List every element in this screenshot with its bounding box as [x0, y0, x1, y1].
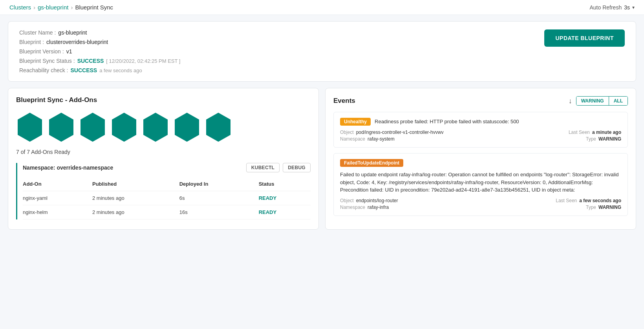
svg-marker-0 [18, 113, 42, 142]
filter-buttons: WARNING ALL [576, 96, 628, 106]
auto-refresh: Auto Refresh 3s ▾ [589, 4, 635, 11]
col-published: Published [92, 178, 179, 191]
namespace-block: Namespace: overrides-namespace KUBECTL D… [16, 163, 311, 219]
breadcrumb-gs-blueprint[interactable]: gs-blueprint [38, 4, 68, 11]
cluster-name-value: gs-blueprint [58, 29, 87, 36]
event-badge: FailedToUpdateEndpoint [340, 159, 403, 167]
blueprint-row: Blueprint : clusteroverrides-blueprint [19, 39, 180, 45]
hexagon-5 [142, 112, 169, 143]
event-object-label: Object [340, 198, 354, 203]
event-card: Unhealthy Readiness probe failed: HTTP p… [333, 112, 628, 148]
update-blueprint-button[interactable]: UPDATE BLUEPRINT [544, 29, 625, 47]
svg-marker-5 [175, 113, 199, 142]
addon-table: Add-On Published Deployed In Status ngin… [23, 178, 311, 219]
cluster-name-row: Cluster Name : gs-blueprint [19, 29, 180, 36]
event-meta-left: Object endpoints/log-router Namespace ra… [340, 198, 398, 210]
breadcrumb-separator-2: › [71, 4, 73, 11]
blueprint-version-value: v1 [66, 48, 72, 55]
sync-status-value: SUCCESS [77, 58, 104, 64]
hexagon-2 [48, 112, 75, 143]
svg-marker-4 [143, 113, 168, 142]
addon-published: 2 minutes ago [92, 191, 179, 205]
table-header-row: Add-On Published Deployed In Status [23, 178, 311, 191]
event-type-row: Type WARNING [586, 205, 621, 210]
reachability-row: Reachability check : SUCCESS a few secon… [19, 67, 180, 73]
col-addon: Add-On [23, 178, 92, 191]
addons-panel-title: Blueprint Sync - Add-Ons [16, 96, 311, 104]
auto-refresh-value: 3s [624, 4, 630, 11]
col-status: Status [259, 178, 311, 191]
namespace-actions: KUBECTL DEBUG [246, 163, 311, 172]
sync-status-timestamp: [ 12/20/2022, 02:42:25 PM EST ] [106, 58, 180, 64]
event-meta-right: Last Seen a minute ago Type WARNING [569, 130, 621, 142]
event-badge-row: FailedToUpdateEndpoint Failed to update … [340, 159, 621, 194]
filter-warning-button[interactable]: WARNING [576, 97, 609, 105]
addon-deployed-in: 16s [179, 205, 259, 219]
event-meta-right: Last Seen a few seconds ago Type WARNING [556, 198, 621, 210]
event-lastseen-row: Last Seen a minute ago [569, 130, 621, 135]
reachability-value: SUCCESS [71, 67, 97, 73]
addon-deployed-in: 6s [179, 191, 259, 205]
addons-panel: Blueprint Sync - Add-Ons [8, 88, 319, 230]
event-meta: Object endpoints/log-router Namespace ra… [340, 198, 621, 210]
event-type-label: Type [586, 136, 596, 142]
event-message: Failed to update endpoint rafay-infra/lo… [340, 171, 621, 194]
event-object-value: pod/ingress-controller-v1-controller-hvv… [356, 130, 444, 135]
event-type-row: Type WARNING [586, 136, 621, 142]
hexagon-6 [173, 112, 201, 143]
addon-published: 2 minutes ago [92, 205, 179, 219]
event-lastseen-label: Last Seen [556, 198, 577, 203]
namespace-title: Namespace: overrides-namespace [23, 164, 113, 171]
download-icon[interactable]: ↓ [569, 97, 572, 105]
svg-marker-2 [80, 113, 105, 142]
auto-refresh-label: Auto Refresh [589, 4, 622, 11]
event-type-label: Type [586, 205, 596, 210]
event-object-value: endpoints/log-router [356, 198, 398, 203]
event-meta-left: Object pod/ingress-controller-v1-control… [340, 130, 443, 142]
info-card: Cluster Name : gs-blueprint Blueprint : … [8, 21, 636, 82]
namespace-header: Namespace: overrides-namespace KUBECTL D… [23, 163, 311, 172]
breadcrumb-current: Blueprint Sync [75, 4, 113, 11]
table-row: nginx-yaml 2 minutes ago 6s READY [23, 191, 311, 205]
event-message: Readiness probe failed: HTTP probe faile… [375, 118, 519, 126]
addon-name: nginx-yaml [23, 191, 92, 205]
event-lastseen-value: a few seconds ago [579, 198, 621, 203]
event-card: FailedToUpdateEndpoint Failed to update … [333, 153, 628, 216]
addons-ready-text: 7 of 7 Add-Ons Ready [16, 149, 311, 155]
addon-status: READY [259, 191, 311, 205]
hexagons-row [16, 112, 311, 143]
events-title: Events [333, 97, 355, 105]
event-object-row: Object pod/ingress-controller-v1-control… [340, 130, 443, 135]
event-namespace-row: Namespace rafay-system [340, 136, 443, 142]
breadcrumb-separator-1: › [33, 4, 35, 11]
debug-button[interactable]: DEBUG [283, 163, 311, 172]
filter-all-button[interactable]: ALL [609, 97, 628, 105]
event-badge: Unhealthy [340, 118, 371, 126]
event-object-label: Object [340, 130, 354, 135]
svg-marker-3 [112, 113, 136, 142]
event-type-value: WARNING [598, 136, 621, 142]
events-panel: Events ↓ WARNING ALL Unhealthy Readiness… [325, 88, 636, 230]
addon-status: READY [259, 205, 311, 219]
cluster-name-label: Cluster Name : [19, 29, 56, 36]
svg-marker-6 [206, 113, 231, 142]
event-lastseen-value: a minute ago [592, 130, 621, 135]
hexagon-3 [79, 112, 106, 143]
kubectl-button[interactable]: KUBECTL [246, 163, 280, 172]
event-namespace-value: rafay-infra [368, 205, 389, 210]
hexagon-1 [16, 112, 44, 143]
info-fields: Cluster Name : gs-blueprint Blueprint : … [19, 29, 180, 73]
events-list: Unhealthy Readiness probe failed: HTTP p… [333, 112, 628, 216]
event-namespace-label: Namespace [340, 205, 365, 210]
chevron-down-icon[interactable]: ▾ [632, 5, 635, 10]
blueprint-label: Blueprint : [19, 39, 44, 45]
reachability-label: Reachability check : [19, 67, 68, 73]
breadcrumb: Clusters › gs-blueprint › Blueprint Sync [9, 4, 113, 11]
events-header: Events ↓ WARNING ALL [333, 96, 628, 106]
event-namespace-label: Namespace [340, 136, 365, 142]
reachability-time: a few seconds ago [99, 68, 142, 73]
event-namespace-row: Namespace rafay-infra [340, 205, 398, 210]
event-lastseen-row: Last Seen a few seconds ago [556, 198, 621, 203]
breadcrumb-clusters[interactable]: Clusters [9, 4, 31, 11]
blueprint-value: clusteroverrides-blueprint [46, 39, 108, 45]
